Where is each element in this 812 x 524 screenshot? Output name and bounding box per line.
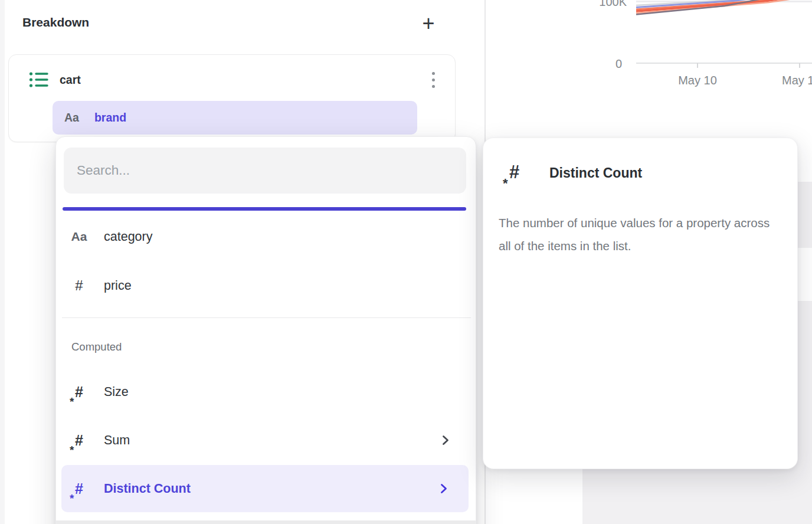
dropdown-item-label: Sum bbox=[104, 433, 130, 448]
search-input[interactable] bbox=[64, 148, 466, 194]
y-tick-label-0: 0 bbox=[591, 57, 622, 71]
breakdown-section-title: Breakdown bbox=[22, 15, 89, 30]
kebab-menu-button[interactable] bbox=[423, 67, 444, 93]
active-tab-indicator bbox=[63, 207, 466, 211]
property-dropdown: Aa category # price Computed #* Size #* … bbox=[55, 136, 476, 524]
dropdown-divider bbox=[62, 317, 471, 318]
dropdown-item-label: category bbox=[104, 230, 152, 244]
y-tick-label-100k: 100K bbox=[585, 0, 627, 9]
dropdown-item-label: price bbox=[104, 279, 132, 293]
x-tick-label-may10: May 10 bbox=[668, 73, 727, 87]
tooltip-title: Distinct Count bbox=[549, 165, 642, 181]
kebab-dot bbox=[432, 78, 435, 81]
kebab-dot bbox=[432, 72, 435, 75]
computed-star-icon: * bbox=[70, 444, 74, 456]
computed-number-icon: #* bbox=[509, 163, 519, 181]
dropdown-item-sum[interactable]: #* Sum bbox=[56, 424, 476, 457]
x-axis-tick bbox=[799, 63, 800, 68]
breakdown-list-name: cart bbox=[60, 68, 81, 91]
text-property-icon: Aa bbox=[71, 230, 87, 244]
dropdown-item-category[interactable]: Aa category bbox=[56, 220, 476, 253]
chevron-right-icon bbox=[440, 483, 448, 494]
distinct-count-tooltip: #* Distinct Count The number of unique v… bbox=[483, 137, 798, 469]
x-axis-tick bbox=[697, 63, 698, 68]
computed-number-icon: #* bbox=[75, 482, 83, 496]
chart-line-series bbox=[636, 0, 812, 26]
x-axis-line bbox=[636, 63, 812, 64]
breakdown-card: cart Aa brand bbox=[8, 54, 456, 142]
computed-section-label: Computed bbox=[71, 340, 122, 353]
dropdown-bottom-strip bbox=[56, 520, 476, 524]
dropdown-item-label: Size bbox=[104, 385, 129, 399]
dropdown-item-price[interactable]: # price bbox=[56, 269, 476, 302]
selected-property-name: brand bbox=[94, 111, 126, 125]
x-tick-label-may12: May 12 bbox=[782, 73, 812, 87]
selected-property-chip[interactable]: Aa brand bbox=[53, 101, 417, 135]
dropdown-item-label: Distinct Count bbox=[104, 482, 191, 496]
computed-number-icon: #* bbox=[75, 433, 83, 448]
computed-number-icon: #* bbox=[75, 385, 83, 399]
page-left-edge bbox=[0, 0, 5, 524]
tooltip-description: The number of unique values for a proper… bbox=[499, 211, 783, 257]
computed-star-icon: * bbox=[503, 177, 508, 190]
add-breakdown-button[interactable]: + bbox=[415, 11, 441, 37]
search-box bbox=[64, 148, 466, 194]
computed-star-icon: * bbox=[70, 493, 74, 504]
chevron-right-icon bbox=[441, 434, 450, 446]
dropdown-item-size[interactable]: #* Size bbox=[56, 375, 476, 408]
number-property-icon: # bbox=[75, 277, 83, 294]
list-icon bbox=[29, 71, 49, 91]
plus-icon: + bbox=[422, 13, 434, 34]
app-canvas: { "header": { "title": "Breakdown", "add… bbox=[0, 0, 812, 524]
kebab-dot bbox=[432, 85, 435, 88]
text-property-icon: Aa bbox=[64, 111, 79, 125]
dropdown-item-distinct-count[interactable]: #* Distinct Count bbox=[61, 465, 469, 512]
computed-star-icon: * bbox=[70, 396, 74, 407]
